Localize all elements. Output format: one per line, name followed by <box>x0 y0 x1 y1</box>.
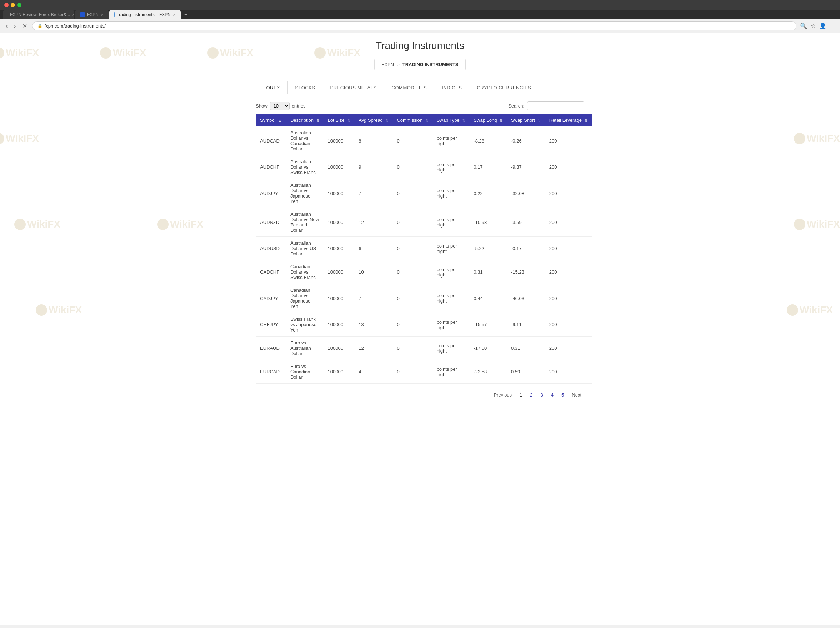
minimize-window-button[interactable] <box>11 3 15 7</box>
col-swap-long-label: Swap Long <box>474 117 497 123</box>
cell-lot-size: 100000 <box>324 313 355 337</box>
cell-retail-leverage: 200 <box>545 155 592 179</box>
cell-symbol: AUDJPY <box>256 179 286 208</box>
col-avg-spread[interactable]: Avg Spread ⇅ <box>354 114 393 127</box>
cell-swap-type: points per night <box>433 127 470 155</box>
tab-3-close[interactable]: ✕ <box>173 13 176 17</box>
tab-indices[interactable]: INDICES <box>434 81 469 94</box>
browser-tabs-bar: FXPN Review, Forex Broker&... ✕ FXPN ✕ T… <box>0 10 840 19</box>
pagination: Previous 1 2 3 4 5 Next <box>256 391 584 399</box>
sort-description-icon: ⇅ <box>316 119 319 123</box>
cell-swap-type: points per night <box>433 208 470 237</box>
col-retail-leverage[interactable]: Retail Leverage ⇅ <box>545 114 592 127</box>
cell-lot-size: 100000 <box>324 208 355 237</box>
previous-page-button[interactable]: Previous <box>491 391 515 399</box>
cell-description: Canadian Dollar vs Swiss Franc <box>286 260 324 284</box>
col-commission[interactable]: Commission ⇅ <box>393 114 432 127</box>
tab-1[interactable]: FXPN Review, Forex Broker&... ✕ <box>3 10 74 19</box>
cell-swap-long: 0.44 <box>469 284 507 313</box>
back-button[interactable]: ‹ <box>4 22 9 30</box>
cell-commission: 0 <box>393 155 432 179</box>
sort-avg-spread-icon: ⇅ <box>385 119 388 123</box>
table-row: AUDNZD Australian Dollar vs New Zealand … <box>256 208 592 237</box>
cell-description: Australian Dollar vs US Dollar <box>286 237 324 260</box>
tab-2[interactable]: FXPN ✕ <box>75 10 109 19</box>
col-swap-short[interactable]: Swap Short ⇅ <box>507 114 545 127</box>
cell-swap-long: -17.00 <box>469 337 507 360</box>
cell-description: Canadian Dollar vs Japanese Yen <box>286 284 324 313</box>
page-2-button[interactable]: 2 <box>527 391 535 399</box>
cell-swap-long: 0.17 <box>469 155 507 179</box>
col-symbol[interactable]: Symbol ▲ <box>256 114 286 127</box>
table-row: AUDCAD Australian Dollar vs Canadian Dol… <box>256 127 592 155</box>
maximize-window-button[interactable] <box>17 3 21 7</box>
breadcrumb-current: TRADING INSTRUMENTS <box>403 62 459 67</box>
next-page-button[interactable]: Next <box>569 391 584 399</box>
cell-retail-leverage: 200 <box>545 284 592 313</box>
search-icon[interactable]: 🔍 <box>800 22 807 29</box>
breadcrumb-home[interactable]: FXPN <box>382 62 394 67</box>
col-swap-type-label: Swap Type <box>437 117 459 123</box>
col-swap-long[interactable]: Swap Long ⇅ <box>469 114 507 127</box>
close-window-button[interactable] <box>4 3 9 7</box>
cell-description: Euro vs Australian Dollar <box>286 337 324 360</box>
tab-3[interactable]: Trading Instruments – FXPN ✕ <box>109 10 181 19</box>
bookmark-icon[interactable]: ☆ <box>811 22 816 29</box>
cell-avg-spread: 7 <box>354 284 393 313</box>
cell-symbol: CADJPY <box>256 284 286 313</box>
cell-retail-leverage: 200 <box>545 179 592 208</box>
cell-symbol: CADCHF <box>256 260 286 284</box>
cell-swap-long: -23.58 <box>469 360 507 384</box>
cell-swap-long: -15.57 <box>469 313 507 337</box>
table-row: CADCHF Canadian Dollar vs Swiss Franc 10… <box>256 260 592 284</box>
page-4-button[interactable]: 4 <box>548 391 556 399</box>
instruments-table: Symbol ▲ Description ⇅ Lot Size ⇅ Avg Sp… <box>256 114 592 384</box>
cell-symbol: AUDNZD <box>256 208 286 237</box>
watermark-3: WikiFX <box>207 47 253 59</box>
page-3-button[interactable]: 3 <box>538 391 546 399</box>
tab-stocks[interactable]: STOCKS <box>287 81 322 94</box>
tab-precious-metals[interactable]: PRECIOUS METALS <box>323 81 384 94</box>
cell-swap-type: points per night <box>433 260 470 284</box>
cell-commission: 0 <box>393 237 432 260</box>
watermark-10: WikiFX <box>36 304 82 316</box>
forward-button[interactable]: › <box>13 22 17 30</box>
tab-crypto[interactable]: CRYPTO CURRENCIES <box>469 81 538 94</box>
col-description[interactable]: Description ⇅ <box>286 114 324 127</box>
table-row: CHFJPY Swiss Frank vs Japanese Yen 10000… <box>256 313 592 337</box>
menu-icon[interactable]: ⋮ <box>830 22 836 29</box>
cell-swap-short: -32.08 <box>507 179 545 208</box>
cell-swap-type: points per night <box>433 237 470 260</box>
cell-lot-size: 100000 <box>324 284 355 313</box>
cell-lot-size: 100000 <box>324 127 355 155</box>
col-lot-size[interactable]: Lot Size ⇅ <box>324 114 355 127</box>
cell-commission: 0 <box>393 337 432 360</box>
cell-avg-spread: 7 <box>354 179 393 208</box>
sort-symbol-icon: ▲ <box>278 119 282 123</box>
profile-icon[interactable]: 👤 <box>819 22 826 29</box>
page-5-button[interactable]: 5 <box>559 391 567 399</box>
cell-swap-short: -3.59 <box>507 208 545 237</box>
tab-commodities[interactable]: COMMODITIES <box>384 81 435 94</box>
entries-select[interactable]: 10 25 50 100 <box>270 102 290 110</box>
cell-swap-type: points per night <box>433 360 470 384</box>
main-content: Trading Instruments FXPN > TRADING INSTR… <box>249 33 591 413</box>
cell-swap-short: 0.31 <box>507 337 545 360</box>
cell-swap-short: -9.37 <box>507 155 545 179</box>
page-1-button[interactable]: 1 <box>517 391 525 399</box>
cell-swap-type: points per night <box>433 337 470 360</box>
address-bar[interactable]: 🔒 fxpn.com/trading-instruments/ <box>32 21 796 30</box>
col-swap-type[interactable]: Swap Type ⇅ <box>433 114 470 127</box>
search-input[interactable] <box>527 101 584 111</box>
cell-symbol: CHFJPY <box>256 313 286 337</box>
watermark-11: WikiFX <box>787 304 833 316</box>
reload-button[interactable]: ✕ <box>21 22 28 30</box>
tab-2-close[interactable]: ✕ <box>101 13 104 17</box>
new-tab-button[interactable]: + <box>182 10 190 19</box>
col-description-label: Description <box>291 117 314 123</box>
table-row: AUDJPY Australian Dollar vs Japanese Yen… <box>256 179 592 208</box>
tab-forex[interactable]: FOREX <box>256 81 287 94</box>
cell-commission: 0 <box>393 284 432 313</box>
watermark-8: WikiFX <box>157 218 203 230</box>
tab-1-close[interactable]: ✕ <box>72 13 74 17</box>
